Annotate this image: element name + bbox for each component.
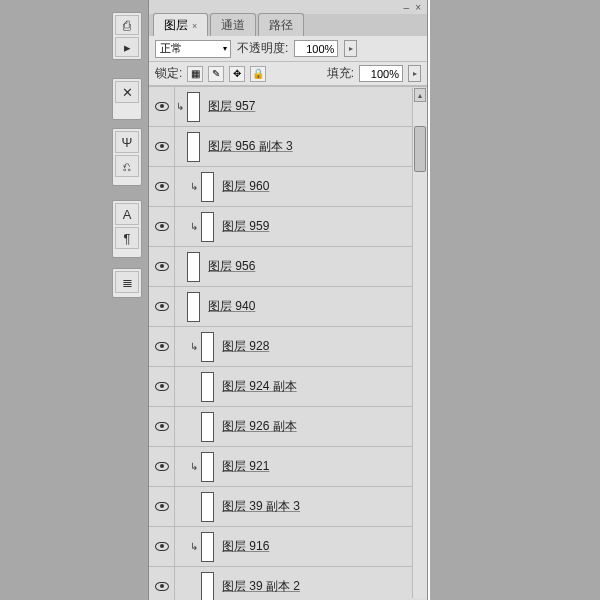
layer-name-label[interactable]: 图层 39 副本 2: [222, 578, 300, 595]
layer-thumbnail[interactable]: [201, 212, 214, 242]
layer-row[interactable]: 图层 940: [149, 287, 427, 327]
scroll-up-icon[interactable]: ▴: [414, 88, 426, 102]
eye-icon: [155, 342, 169, 351]
visibility-toggle[interactable]: [149, 127, 175, 166]
lock-move-icon[interactable]: ✥: [229, 66, 245, 82]
visibility-toggle[interactable]: [149, 87, 175, 126]
blend-row: 正常 ▾ 不透明度: 100% ▸: [149, 36, 427, 62]
visibility-toggle[interactable]: [149, 407, 175, 446]
layer-name-label[interactable]: 图层 956: [208, 258, 255, 275]
lock-brush-icon[interactable]: ✎: [208, 66, 224, 82]
tool-icon[interactable]: ⎌: [115, 155, 139, 177]
eye-icon: [155, 382, 169, 391]
visibility-toggle[interactable]: [149, 527, 175, 566]
tool-icon[interactable]: A: [115, 203, 139, 225]
layer-name-label[interactable]: 图层 921: [222, 458, 269, 475]
eye-icon: [155, 222, 169, 231]
layer-thumbnail[interactable]: [201, 492, 214, 522]
layer-row[interactable]: ↳图层 959: [149, 207, 427, 247]
eye-icon: [155, 182, 169, 191]
layer-row[interactable]: ↳图层 960: [149, 167, 427, 207]
panel-tabs: 图层×通道路径: [149, 14, 427, 36]
layer-thumbnail[interactable]: [201, 532, 214, 562]
layer-thumbnail[interactable]: [201, 332, 214, 362]
layer-name-label[interactable]: 图层 39 副本 3: [222, 498, 300, 515]
eye-icon: [155, 102, 169, 111]
eye-icon: [155, 462, 169, 471]
blend-mode-value: 正常: [160, 41, 182, 56]
tool-icon[interactable]: ✕: [115, 81, 139, 103]
visibility-toggle[interactable]: [149, 447, 175, 486]
close-icon[interactable]: ×: [415, 2, 421, 13]
clipping-arrow-icon: ↳: [189, 541, 199, 552]
eye-icon: [155, 502, 169, 511]
visibility-toggle[interactable]: [149, 487, 175, 526]
layer-row[interactable]: 图层 39 副本 2: [149, 567, 427, 600]
layer-row[interactable]: 图层 924 副本: [149, 367, 427, 407]
layer-name-label[interactable]: 图层 960: [222, 178, 269, 195]
visibility-toggle[interactable]: [149, 167, 175, 206]
minimize-icon[interactable]: –: [404, 2, 410, 13]
layer-thumbnail[interactable]: [201, 412, 214, 442]
layer-row[interactable]: ↳图层 957: [149, 87, 427, 127]
visibility-toggle[interactable]: [149, 247, 175, 286]
layer-thumbnail[interactable]: [201, 372, 214, 402]
layer-row[interactable]: 图层 956: [149, 247, 427, 287]
visibility-toggle[interactable]: [149, 327, 175, 366]
clipping-arrow-icon: ↳: [189, 461, 199, 472]
scrollbar-thumb[interactable]: [414, 126, 426, 172]
tab-close-icon[interactable]: ×: [192, 21, 197, 31]
layer-row[interactable]: ↳图层 928: [149, 327, 427, 367]
scrollbar-track[interactable]: ▴: [412, 88, 427, 598]
eye-icon: [155, 262, 169, 271]
layer-name-label[interactable]: 图层 959: [222, 218, 269, 235]
layer-name-label[interactable]: 图层 916: [222, 538, 269, 555]
lock-row: 锁定: ▦ ✎ ✥ 🔒 填充: 100% ▸: [149, 62, 427, 86]
tool-icon[interactable]: ⎙: [115, 15, 139, 35]
layer-row[interactable]: ↳图层 916: [149, 527, 427, 567]
layer-thumbnail[interactable]: [201, 572, 214, 601]
layer-row[interactable]: 图层 39 副本 3: [149, 487, 427, 527]
lock-all-icon[interactable]: 🔒: [250, 66, 266, 82]
visibility-toggle[interactable]: [149, 567, 175, 600]
layer-name-label[interactable]: 图层 956 副本 3: [208, 138, 293, 155]
layer-name-label[interactable]: 图层 924 副本: [222, 378, 297, 395]
tool-group-2: ✕: [112, 78, 142, 120]
eye-icon: [155, 582, 169, 591]
tab-2[interactable]: 路径: [258, 13, 304, 36]
opacity-label: 不透明度:: [237, 40, 288, 57]
opacity-arrow-icon[interactable]: ▸: [344, 40, 357, 57]
layer-name-label[interactable]: 图层 940: [208, 298, 255, 315]
layer-row[interactable]: 图层 926 副本: [149, 407, 427, 447]
eye-icon: [155, 422, 169, 431]
layer-thumbnail[interactable]: [187, 252, 200, 282]
layer-name-label[interactable]: 图层 928: [222, 338, 269, 355]
fill-input[interactable]: 100%: [359, 65, 403, 82]
tool-icon[interactable]: ≣: [115, 271, 139, 293]
tool-icon[interactable]: Ψ: [115, 131, 139, 153]
tab-0[interactable]: 图层×: [153, 13, 208, 36]
tool-icon[interactable]: ▸: [115, 37, 139, 57]
fill-arrow-icon[interactable]: ▸: [408, 65, 421, 82]
layer-name-label[interactable]: 图层 926 副本: [222, 418, 297, 435]
layer-thumbnail[interactable]: [187, 92, 200, 122]
tool-group-4: A ¶: [112, 200, 142, 258]
layer-thumbnail[interactable]: [187, 292, 200, 322]
visibility-toggle[interactable]: [149, 287, 175, 326]
lock-transparency-icon[interactable]: ▦: [187, 66, 203, 82]
tool-icon[interactable]: ¶: [115, 227, 139, 249]
layer-thumbnail[interactable]: [201, 172, 214, 202]
opacity-input[interactable]: 100%: [294, 40, 338, 57]
lock-label: 锁定:: [155, 65, 182, 82]
layer-name-label[interactable]: 图层 957: [208, 98, 255, 115]
layers-panel: – × 图层×通道路径 正常 ▾ 不透明度: 100% ▸ 锁定: ▦ ✎ ✥ …: [148, 0, 428, 600]
layer-row[interactable]: ↳图层 921: [149, 447, 427, 487]
layer-thumbnail[interactable]: [187, 132, 200, 162]
visibility-toggle[interactable]: [149, 207, 175, 246]
layer-thumbnail[interactable]: [201, 452, 214, 482]
blend-mode-select[interactable]: 正常 ▾: [155, 40, 231, 58]
tab-1[interactable]: 通道: [210, 13, 256, 36]
layer-row[interactable]: 图层 956 副本 3: [149, 127, 427, 167]
eye-icon: [155, 542, 169, 551]
visibility-toggle[interactable]: [149, 367, 175, 406]
